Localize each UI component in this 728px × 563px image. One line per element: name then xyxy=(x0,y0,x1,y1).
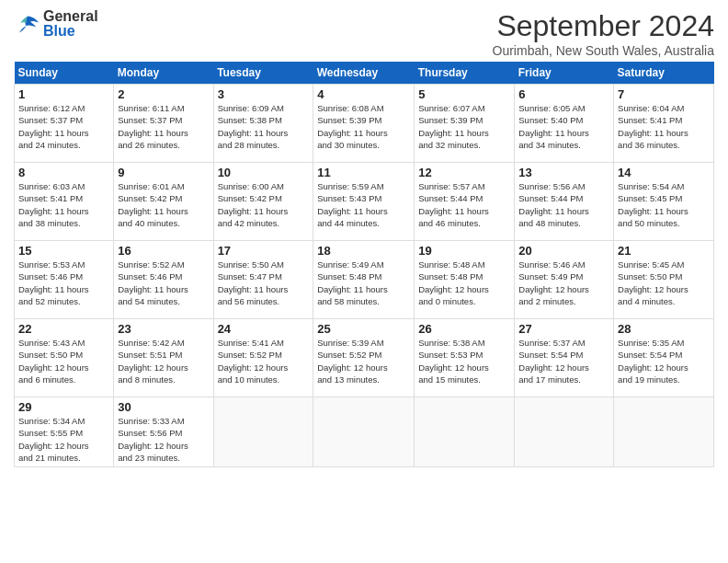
calendar-header-row: Sunday Monday Tuesday Wednesday Thursday… xyxy=(15,62,714,85)
calendar-cell: 28Sunrise: 5:35 AM Sunset: 5:54 PM Dayli… xyxy=(614,319,714,397)
header-tuesday: Tuesday xyxy=(213,62,313,85)
day-number: 17 xyxy=(218,244,310,258)
calendar-cell xyxy=(415,397,515,467)
logo: General Blue xyxy=(14,9,98,39)
day-info: Sunrise: 5:41 AM Sunset: 5:52 PM Dayligh… xyxy=(218,337,310,385)
calendar-cell: 13Sunrise: 5:56 AM Sunset: 5:44 PM Dayli… xyxy=(515,163,614,241)
calendar-cell: 21Sunrise: 5:45 AM Sunset: 5:50 PM Dayli… xyxy=(614,241,714,319)
day-number: 12 xyxy=(418,166,510,179)
logo-blue-text: Blue xyxy=(43,24,98,39)
calendar-cell: 30Sunrise: 5:33 AM Sunset: 5:56 PM Dayli… xyxy=(114,397,213,467)
day-number: 14 xyxy=(618,166,710,179)
day-info: Sunrise: 5:54 AM Sunset: 5:45 PM Dayligh… xyxy=(618,180,710,229)
day-number: 6 xyxy=(518,87,609,101)
calendar-table: Sunday Monday Tuesday Wednesday Thursday… xyxy=(14,62,714,467)
day-info: Sunrise: 5:53 AM Sunset: 5:46 PM Dayligh… xyxy=(18,259,109,307)
calendar-cell: 17Sunrise: 5:50 AM Sunset: 5:47 PM Dayli… xyxy=(213,241,313,319)
logo-bird-icon xyxy=(14,13,41,36)
day-number: 5 xyxy=(418,87,510,101)
day-number: 2 xyxy=(118,87,209,101)
day-number: 8 xyxy=(18,166,109,179)
day-number: 24 xyxy=(218,322,310,336)
day-number: 18 xyxy=(317,244,410,258)
calendar-week-row: 22Sunrise: 5:43 AM Sunset: 5:50 PM Dayli… xyxy=(15,319,714,397)
calendar-cell: 10Sunrise: 6:00 AM Sunset: 5:42 PM Dayli… xyxy=(213,163,313,241)
header-friday: Friday xyxy=(515,62,614,85)
day-number: 10 xyxy=(218,166,310,179)
calendar-cell: 12Sunrise: 5:57 AM Sunset: 5:44 PM Dayli… xyxy=(415,163,515,241)
day-info: Sunrise: 5:49 AM Sunset: 5:48 PM Dayligh… xyxy=(317,259,410,307)
day-number: 7 xyxy=(618,87,710,101)
header-monday: Monday xyxy=(114,62,213,85)
day-info: Sunrise: 5:34 AM Sunset: 5:55 PM Dayligh… xyxy=(18,415,109,464)
day-number: 11 xyxy=(317,166,410,179)
day-info: Sunrise: 6:11 AM Sunset: 5:37 PM Dayligh… xyxy=(118,102,209,151)
calendar-cell: 23Sunrise: 5:42 AM Sunset: 5:51 PM Dayli… xyxy=(114,319,213,397)
calendar-cell: 14Sunrise: 5:54 AM Sunset: 5:45 PM Dayli… xyxy=(614,163,714,241)
day-info: Sunrise: 6:07 AM Sunset: 5:39 PM Dayligh… xyxy=(418,102,510,151)
header-thursday: Thursday xyxy=(415,62,515,85)
day-number: 1 xyxy=(18,87,109,101)
day-number: 4 xyxy=(317,87,410,101)
day-info: Sunrise: 5:42 AM Sunset: 5:51 PM Dayligh… xyxy=(118,337,209,385)
day-number: 26 xyxy=(418,322,510,336)
title-area: September 2024 Ourimbah, New South Wales… xyxy=(493,9,714,58)
day-info: Sunrise: 5:43 AM Sunset: 5:50 PM Dayligh… xyxy=(18,337,109,385)
calendar-cell: 9Sunrise: 6:01 AM Sunset: 5:42 PM Daylig… xyxy=(114,163,213,241)
calendar-cell: 4Sunrise: 6:08 AM Sunset: 5:39 PM Daylig… xyxy=(313,85,415,163)
day-number: 22 xyxy=(18,322,109,336)
day-info: Sunrise: 5:33 AM Sunset: 5:56 PM Dayligh… xyxy=(118,415,209,464)
header-saturday: Saturday xyxy=(614,62,714,85)
day-info: Sunrise: 5:38 AM Sunset: 5:53 PM Dayligh… xyxy=(418,337,510,385)
day-info: Sunrise: 5:48 AM Sunset: 5:48 PM Dayligh… xyxy=(418,259,510,307)
calendar-cell: 24Sunrise: 5:41 AM Sunset: 5:52 PM Dayli… xyxy=(213,319,313,397)
calendar-cell: 22Sunrise: 5:43 AM Sunset: 5:50 PM Dayli… xyxy=(15,319,114,397)
header-wednesday: Wednesday xyxy=(313,62,415,85)
day-number: 16 xyxy=(118,244,209,258)
day-info: Sunrise: 6:12 AM Sunset: 5:37 PM Dayligh… xyxy=(18,102,109,151)
calendar-cell xyxy=(614,397,714,467)
calendar-cell: 5Sunrise: 6:07 AM Sunset: 5:39 PM Daylig… xyxy=(415,85,515,163)
day-number: 3 xyxy=(218,87,310,101)
calendar-cell: 27Sunrise: 5:37 AM Sunset: 5:54 PM Dayli… xyxy=(515,319,614,397)
calendar-cell: 7Sunrise: 6:04 AM Sunset: 5:41 PM Daylig… xyxy=(614,85,714,163)
calendar-cell xyxy=(515,397,614,467)
calendar-week-row: 8Sunrise: 6:03 AM Sunset: 5:41 PM Daylig… xyxy=(15,163,714,241)
day-number: 15 xyxy=(18,244,109,258)
day-number: 27 xyxy=(518,322,609,336)
calendar-week-row: 1Sunrise: 6:12 AM Sunset: 5:37 PM Daylig… xyxy=(15,85,714,163)
calendar-cell: 25Sunrise: 5:39 AM Sunset: 5:52 PM Dayli… xyxy=(313,319,415,397)
day-number: 19 xyxy=(418,244,510,258)
month-title: September 2024 xyxy=(493,9,714,43)
logo-general-text: General xyxy=(43,9,98,24)
calendar-cell xyxy=(313,397,415,467)
calendar-cell: 19Sunrise: 5:48 AM Sunset: 5:48 PM Dayli… xyxy=(415,241,515,319)
day-number: 21 xyxy=(618,244,710,258)
day-number: 23 xyxy=(118,322,209,336)
calendar-cell: 26Sunrise: 5:38 AM Sunset: 5:53 PM Dayli… xyxy=(415,319,515,397)
day-info: Sunrise: 6:05 AM Sunset: 5:40 PM Dayligh… xyxy=(518,102,609,151)
day-info: Sunrise: 5:35 AM Sunset: 5:54 PM Dayligh… xyxy=(618,337,710,385)
calendar-cell: 20Sunrise: 5:46 AM Sunset: 5:49 PM Dayli… xyxy=(515,241,614,319)
header: General Blue September 2024 Ourimbah, Ne… xyxy=(14,9,714,58)
day-info: Sunrise: 6:04 AM Sunset: 5:41 PM Dayligh… xyxy=(618,102,710,151)
day-info: Sunrise: 6:08 AM Sunset: 5:39 PM Dayligh… xyxy=(317,102,410,151)
calendar-cell: 6Sunrise: 6:05 AM Sunset: 5:40 PM Daylig… xyxy=(515,85,614,163)
day-info: Sunrise: 6:00 AM Sunset: 5:42 PM Dayligh… xyxy=(218,180,310,229)
day-number: 9 xyxy=(118,166,209,179)
day-number: 13 xyxy=(518,166,609,179)
day-info: Sunrise: 5:50 AM Sunset: 5:47 PM Dayligh… xyxy=(218,259,310,307)
day-info: Sunrise: 6:09 AM Sunset: 5:38 PM Dayligh… xyxy=(218,102,310,151)
calendar-week-row: 15Sunrise: 5:53 AM Sunset: 5:46 PM Dayli… xyxy=(15,241,714,319)
main-container: General Blue September 2024 Ourimbah, Ne… xyxy=(0,0,728,477)
calendar-cell: 3Sunrise: 6:09 AM Sunset: 5:38 PM Daylig… xyxy=(213,85,313,163)
day-info: Sunrise: 6:01 AM Sunset: 5:42 PM Dayligh… xyxy=(118,180,209,229)
calendar-cell: 29Sunrise: 5:34 AM Sunset: 5:55 PM Dayli… xyxy=(15,397,114,467)
calendar-cell: 15Sunrise: 5:53 AM Sunset: 5:46 PM Dayli… xyxy=(15,241,114,319)
day-info: Sunrise: 6:03 AM Sunset: 5:41 PM Dayligh… xyxy=(18,180,109,229)
location-title: Ourimbah, New South Wales, Australia xyxy=(493,43,714,58)
day-number: 20 xyxy=(518,244,609,258)
calendar-cell: 16Sunrise: 5:52 AM Sunset: 5:46 PM Dayli… xyxy=(114,241,213,319)
calendar-cell: 11Sunrise: 5:59 AM Sunset: 5:43 PM Dayli… xyxy=(313,163,415,241)
logo-name: General Blue xyxy=(43,9,98,39)
